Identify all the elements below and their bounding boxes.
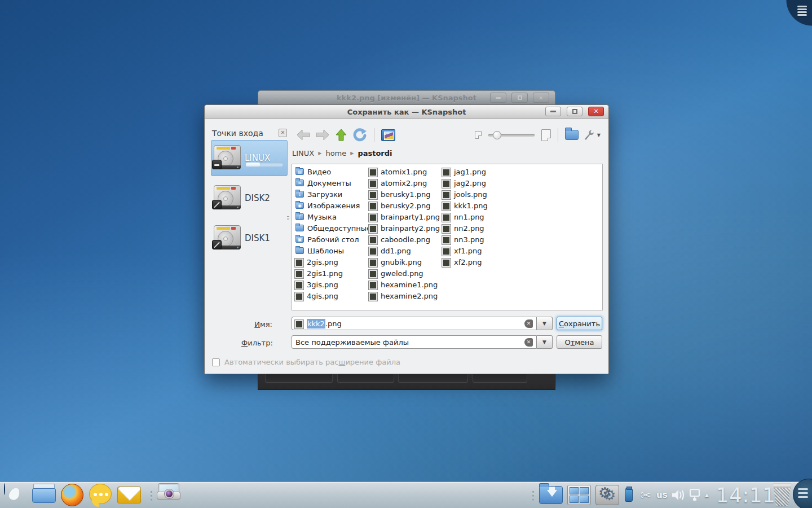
tray-volume[interactable] (671, 488, 686, 502)
folder-item[interactable]: Музыка (295, 211, 366, 222)
auto-extension-checkbox[interactable] (212, 358, 220, 366)
folder-item[interactable]: Рабочий стол (295, 234, 366, 245)
file-item[interactable]: nn3.png (443, 234, 513, 245)
downloads-folder-icon (539, 486, 563, 504)
zoom-slider[interactable] (488, 134, 535, 137)
stacked-lines-icon (793, 488, 812, 498)
mail-launcher[interactable] (117, 484, 141, 507)
maximize-button[interactable] (567, 107, 582, 116)
file-item[interactable]: xf2.png (443, 256, 513, 268)
zoom-slider-knob[interactable] (493, 131, 501, 139)
file-item[interactable]: nn2.png (443, 222, 513, 234)
reload-button[interactable] (352, 128, 367, 142)
file-item[interactable]: hexamine1.png (369, 279, 439, 290)
app-launcher-button[interactable] (4, 484, 28, 507)
system-settings-applet[interactable] (595, 484, 619, 507)
file-manager-launcher[interactable] (32, 484, 56, 507)
file-item[interactable]: caboodle.png (369, 234, 439, 245)
background-window-titlebar[interactable]: kkk2.png [изменён] — KSnapshot ✕ (258, 90, 555, 105)
folder-item[interactable]: Загрузки (295, 189, 366, 200)
folder-item[interactable]: Видео (295, 166, 366, 177)
file-item[interactable]: atomix2.png (369, 177, 439, 189)
zoom-in-button[interactable] (541, 129, 551, 141)
file-item[interactable]: 3gis.png (295, 279, 366, 290)
tray-expand-arrow[interactable]: ▲ (705, 488, 709, 502)
settings-menu-button[interactable]: ▼ (583, 128, 601, 142)
places-close-icon[interactable]: ✕ (279, 129, 287, 137)
tray-keyboard-layout[interactable]: us (656, 488, 668, 502)
file-item[interactable]: brainparty1.png (369, 211, 439, 222)
background-window-button[interactable] (473, 374, 527, 383)
bg-close-button[interactable]: ✕ (533, 93, 549, 103)
places-splitter-handle[interactable] (287, 215, 290, 223)
place-item[interactable]: DISK1 (211, 220, 288, 256)
save-as-dialog: Сохранить как — KSnapshot ✕ Точки входа … (204, 104, 609, 374)
file-item[interactable]: brainparty2.png (369, 222, 439, 234)
taskbar-separator (151, 489, 153, 503)
name-input[interactable]: kkk2 .png ✕ (292, 317, 537, 330)
clear-text-icon[interactable]: ✕ (524, 319, 533, 328)
filter-input[interactable]: Все поддерживаемые файлы ✕ (292, 335, 537, 349)
downloads-applet[interactable] (539, 484, 563, 507)
folder-item[interactable]: Шаблоны (295, 245, 366, 256)
file-item[interactable]: dd1.png (369, 245, 439, 256)
firefox-launcher[interactable] (61, 484, 85, 507)
file-item[interactable]: hexamine2.png (369, 290, 439, 301)
tray-device-notifier[interactable] (625, 488, 633, 502)
file-item[interactable]: gweled.png (369, 268, 439, 279)
breadcrumb-home[interactable]: home (325, 149, 346, 157)
breadcrumb-separator-icon: ▶ (350, 151, 354, 156)
place-item[interactable]: DISK2 (211, 180, 288, 216)
taskbar: ✂ us ▲ 14:11 (0, 481, 812, 508)
file-item[interactable]: jag2.png (443, 177, 513, 189)
file-item[interactable]: jools.png (443, 189, 513, 200)
bg-minimize-button[interactable] (490, 93, 506, 103)
folder-item[interactable]: Документы (295, 177, 366, 189)
place-label: LINUX (245, 153, 270, 163)
desktop-pager-applet[interactable] (567, 484, 591, 507)
filter-dropdown-button[interactable]: ▼ (537, 335, 553, 349)
close-button[interactable]: ✕ (588, 107, 604, 116)
forward-button[interactable] (315, 129, 330, 141)
new-folder-button[interactable] (565, 130, 579, 140)
zoom-out-button[interactable] (475, 131, 482, 139)
ksnapshot-task-button[interactable] (157, 484, 180, 507)
background-window-button[interactable] (265, 374, 333, 383)
folder-item[interactable]: Общедоступные (295, 222, 366, 234)
file-item[interactable]: berusky2.png (369, 200, 439, 211)
panel-toolbox-cashew[interactable] (793, 479, 812, 508)
preview-toggle-button[interactable] (381, 129, 395, 141)
breadcrumb-root[interactable]: LINUX (292, 149, 314, 157)
background-window-button[interactable] (398, 374, 468, 383)
up-button[interactable] (334, 128, 348, 142)
file-item[interactable]: gnubik.png (369, 256, 439, 268)
desktop-toolbox-cashew[interactable] (779, 0, 812, 33)
save-button[interactable]: Сохранить (557, 317, 602, 330)
messenger-launcher[interactable] (89, 484, 113, 507)
file-item[interactable]: berusky1.png (369, 189, 439, 200)
file-item[interactable]: xf1.png (443, 245, 513, 256)
bg-maximize-button[interactable] (511, 93, 528, 103)
file-item[interactable]: kkk1.png (443, 200, 513, 211)
breadcrumb-current[interactable]: pastordi (358, 149, 392, 157)
tray-clipboard[interactable]: ✂ (641, 488, 651, 502)
cancel-button[interactable]: Отмена (557, 335, 602, 349)
name-dropdown-button[interactable]: ▼ (537, 317, 553, 330)
file-item[interactable]: 4gis.png (295, 290, 366, 301)
file-item[interactable]: jag1.png (443, 166, 513, 177)
dialog-titlebar[interactable]: Сохранить как — KSnapshot ✕ (205, 105, 608, 119)
file-item[interactable]: 2gis.png (295, 256, 366, 268)
minimize-button[interactable] (545, 107, 561, 116)
place-item[interactable]: LINUX (211, 140, 288, 176)
trash-applet[interactable] (771, 484, 795, 507)
digital-clock[interactable]: 14:11 (716, 484, 776, 507)
folder-item[interactable]: Изображения (295, 200, 366, 211)
file-item[interactable]: 2gis1.png (295, 268, 366, 279)
file-item[interactable]: nn1.png (443, 211, 513, 222)
file-item[interactable]: atomix1.png (369, 166, 439, 177)
folder-icon (295, 225, 304, 231)
back-button[interactable] (296, 129, 311, 141)
clear-text-icon[interactable]: ✕ (524, 338, 533, 347)
background-window-button[interactable] (337, 374, 394, 383)
tray-network[interactable] (688, 488, 701, 502)
